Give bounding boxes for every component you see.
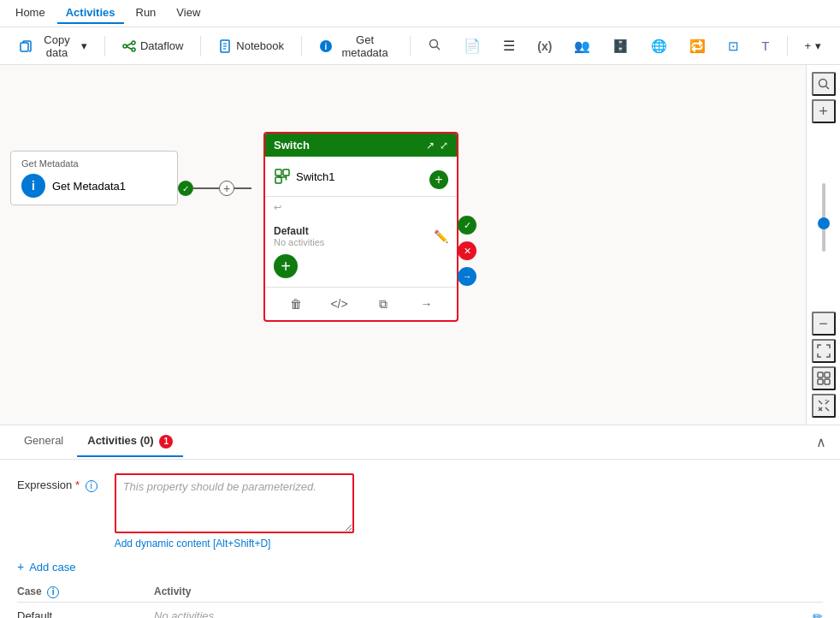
add-activity-connector[interactable]: + xyxy=(219,181,234,196)
menu-home[interactable]: Home xyxy=(7,3,54,24)
menu-view[interactable]: View xyxy=(168,3,209,24)
canvas[interactable]: Get Metadata i Get Metadata1 ✓ + Switch … xyxy=(0,65,840,425)
get-metadata-node-name: Get Metadata1 xyxy=(52,180,126,193)
copy-data-icon xyxy=(19,39,33,53)
switch-error-badge[interactable]: ✕ xyxy=(458,241,476,260)
more-button[interactable]: + ▾ xyxy=(796,35,830,56)
connection-line: ✓ + xyxy=(178,181,251,196)
case-edit-button[interactable]: ✏ xyxy=(813,609,823,619)
dataflow-icon xyxy=(122,39,136,53)
activities-badge: 1 xyxy=(159,435,173,449)
zoom-search-icon xyxy=(817,77,831,91)
menu-activities[interactable]: Activities xyxy=(57,3,124,24)
get-metadata-button[interactable]: i Get metadata xyxy=(311,29,402,63)
case-table: Case i Activity Default No activities ✏ xyxy=(17,582,823,618)
database-toolbar-button[interactable]: 🗄️ xyxy=(604,34,637,58)
switch-add-button[interactable]: + xyxy=(429,170,448,189)
svg-line-13 xyxy=(437,47,441,51)
copy-data-button[interactable]: Copy data ▾ xyxy=(10,29,96,63)
list-toolbar-button[interactable]: ☰ xyxy=(494,33,524,58)
copy-data-label: Copy data xyxy=(37,33,77,59)
auto-layout-button[interactable] xyxy=(812,366,836,390)
svg-point-3 xyxy=(132,48,135,51)
svg-point-1 xyxy=(123,45,127,48)
toolbar-separator-1 xyxy=(104,36,105,56)
collapse-button[interactable] xyxy=(812,394,836,418)
expression-field-wrapper: Add dynamic content [Alt+Shift+D] xyxy=(115,473,354,550)
outlook-toolbar-button[interactable]: ⊡ xyxy=(719,34,748,58)
success-badge: ✓ xyxy=(178,181,193,196)
zoom-search-button[interactable] xyxy=(812,72,836,96)
toolbar-separator-2 xyxy=(200,36,201,56)
expression-textarea[interactable] xyxy=(115,473,354,533)
notebook-icon xyxy=(218,39,232,53)
fit-view-button[interactable] xyxy=(812,339,836,363)
zoom-thumb[interactable] xyxy=(818,217,830,229)
document-toolbar-icon: 📄 xyxy=(464,38,481,54)
right-toolbar: + − xyxy=(806,65,840,425)
expression-toolbar-button[interactable]: (x) xyxy=(529,35,560,57)
expression-toolbar-icon: (x) xyxy=(537,39,552,53)
notebook-button[interactable]: Notebook xyxy=(210,35,293,57)
collapse-panel-button[interactable]: ∧ xyxy=(816,434,826,450)
flow-toolbar-button[interactable]: 🔁 xyxy=(681,34,714,58)
expression-label: Expression * i xyxy=(17,473,98,492)
get-metadata-node-content: i Get Metadata1 xyxy=(21,174,167,198)
document-toolbar-button[interactable]: 📄 xyxy=(455,33,489,58)
more-dropdown-icon: ▾ xyxy=(815,39,821,52)
tab-general[interactable]: General xyxy=(14,427,74,457)
switch-success-badge[interactable]: ✓ xyxy=(458,216,476,235)
toolbar-separator-4 xyxy=(410,36,411,56)
switch-node[interactable]: Switch ↗ ⤢ Switch1 xyxy=(263,132,458,322)
teams-toolbar-button[interactable]: T xyxy=(753,34,778,57)
case-table-header: Case i Activity xyxy=(17,582,823,603)
dataflow-button[interactable]: Dataflow xyxy=(114,35,192,57)
svg-rect-16 xyxy=(275,177,281,183)
copy-data-dropdown-icon: ▾ xyxy=(81,39,87,52)
svg-point-2 xyxy=(132,41,135,45)
switch-copy-button[interactable]: ⧉ xyxy=(372,293,394,315)
switch-maximize-icon[interactable]: ⤢ xyxy=(440,140,448,152)
arrow-line xyxy=(234,187,251,189)
dynamic-content-hint[interactable]: Add dynamic content [Alt+Shift+D] xyxy=(115,538,354,550)
switch-code-button[interactable]: </> xyxy=(328,293,351,315)
get-metadata-icon: i xyxy=(319,39,333,53)
zoom-out-button[interactable]: − xyxy=(812,312,836,336)
tab-activities[interactable]: Activities (0) 1 xyxy=(77,427,183,457)
add-case-row[interactable]: + Add case xyxy=(17,560,823,573)
zoom-in-icon: + xyxy=(819,103,828,121)
get-metadata-node[interactable]: Get Metadata i Get Metadata1 xyxy=(10,151,178,205)
bottom-panel: General Activities (0) 1 ∧ Expression * … xyxy=(0,425,840,618)
fit-view-icon xyxy=(817,344,831,358)
globe-toolbar-icon: 🌐 xyxy=(651,39,667,54)
zoom-slider-container xyxy=(822,127,825,308)
list-toolbar-icon: ☰ xyxy=(503,38,515,54)
activity-column-header: Activity xyxy=(154,585,823,598)
switch-expand-icon[interactable]: ↗ xyxy=(426,140,435,152)
info-circle-icon: i xyxy=(21,174,45,198)
svg-line-5 xyxy=(127,46,132,49)
switch-add-activity-button[interactable]: + xyxy=(274,254,298,278)
expression-info-icon[interactable]: i xyxy=(86,480,98,492)
dataflow-label: Dataflow xyxy=(140,39,184,52)
globe-toolbar-button[interactable]: 🌐 xyxy=(642,34,676,58)
zoom-in-button[interactable]: + xyxy=(812,99,836,123)
switch-delete-button[interactable]: 🗑 xyxy=(285,293,307,315)
switch-navigate-button[interactable]: → xyxy=(416,293,438,315)
toolbar-separator-3 xyxy=(301,36,302,56)
svg-line-21 xyxy=(825,86,829,90)
toolbar: Copy data ▾ Dataflow Notebook xyxy=(0,27,840,65)
switch-arrow-badge[interactable]: → xyxy=(458,267,476,286)
get-metadata-label: Get metadata xyxy=(337,33,393,59)
svg-rect-23 xyxy=(825,372,830,377)
zoom-track xyxy=(822,183,825,252)
switch-node-icon xyxy=(274,168,291,185)
switch-edit-icon[interactable]: ✏️ xyxy=(434,229,448,243)
search-toolbar-button[interactable] xyxy=(419,33,450,58)
case-info-icon[interactable]: i xyxy=(47,586,59,598)
required-star: * xyxy=(75,478,80,491)
menu-run[interactable]: Run xyxy=(127,3,165,24)
svg-line-4 xyxy=(127,43,132,45)
get-metadata-node-title: Get Metadata xyxy=(21,158,167,169)
people-toolbar-button[interactable]: 👥 xyxy=(565,34,599,58)
